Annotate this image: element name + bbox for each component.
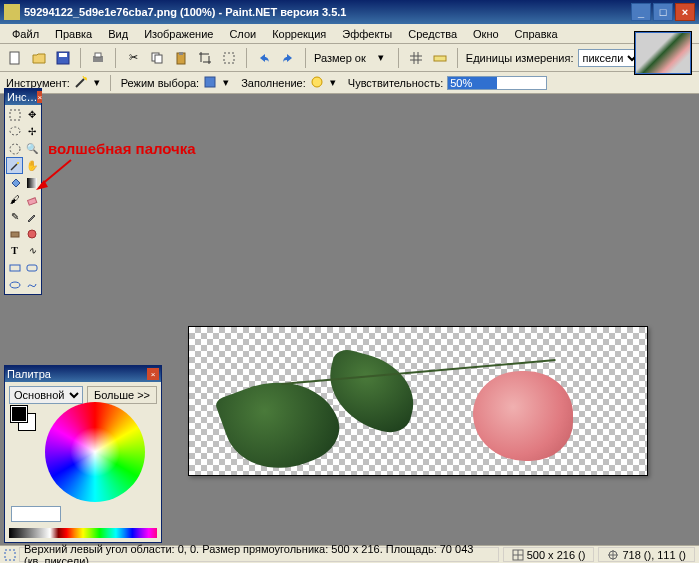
menu-view[interactable]: Вид	[100, 26, 136, 42]
menu-edit[interactable]: Правка	[47, 26, 100, 42]
palette-color-strip[interactable]	[9, 528, 157, 538]
close-button[interactable]: ×	[675, 3, 695, 21]
palette-primary-select[interactable]: Основной	[9, 386, 83, 404]
thumbnail-image	[636, 33, 690, 73]
svg-rect-0	[10, 52, 19, 64]
grid-button[interactable]	[405, 47, 427, 69]
cut-button[interactable]: ✂	[122, 47, 144, 69]
redo-button[interactable]	[277, 47, 299, 69]
instrument-dropdown-icon[interactable]: ▾	[94, 76, 100, 89]
tolerance-value: 50%	[450, 77, 472, 89]
menu-layers[interactable]: Слои	[221, 26, 264, 42]
menu-help[interactable]: Справка	[507, 26, 566, 42]
tool-pencil[interactable]: ✎	[6, 208, 23, 225]
svg-rect-22	[10, 265, 20, 271]
menu-window[interactable]: Окно	[465, 26, 507, 42]
tool-options-bar: Инструмент: ▾ Режим выбора: ▾ Заполнение…	[0, 72, 699, 94]
mode-replace-icon[interactable]	[203, 75, 219, 91]
svg-point-13	[312, 77, 322, 87]
tool-ellipse[interactable]	[6, 276, 23, 293]
tool-pan[interactable]: ✋	[23, 157, 40, 174]
tool-ellipse-select[interactable]	[6, 140, 23, 157]
size-label: Размер ок	[312, 52, 368, 64]
undo-button[interactable]	[253, 47, 275, 69]
selection-mode-label: Режим выбора:	[121, 77, 199, 89]
print-button[interactable]	[87, 47, 109, 69]
units-select[interactable]: пиксели	[578, 49, 641, 67]
tool-move-selection[interactable]: ✥	[23, 106, 40, 123]
tool-gradient[interactable]	[23, 174, 40, 191]
fill-label: Заполнение:	[241, 77, 306, 89]
tool-line[interactable]: ∿	[23, 242, 40, 259]
fill-dropdown-icon[interactable]: ▾	[330, 76, 336, 89]
tool-rect-select[interactable]	[6, 106, 23, 123]
tool-magic-wand[interactable]	[6, 157, 23, 174]
mode-dropdown-icon[interactable]: ▾	[223, 76, 229, 89]
tool-rectangle[interactable]	[6, 259, 23, 276]
tool-zoom[interactable]: 🔍	[23, 140, 40, 157]
tools-panel-title[interactable]: Инс… ×	[5, 89, 41, 105]
svg-rect-23	[27, 265, 37, 271]
open-button[interactable]	[28, 47, 50, 69]
tolerance-label: Чувствительность:	[348, 77, 443, 89]
status-selection-info: Верхний левый угол области: 0, 0. Размер…	[19, 547, 499, 562]
svg-point-16	[10, 144, 20, 154]
app-icon	[4, 4, 20, 20]
window-title: 59294122_5d9e1e76cba7.png (100%) - Paint…	[24, 6, 631, 18]
status-cursor: 718 (), 111 ()	[598, 547, 695, 562]
color-wheel[interactable]	[45, 402, 145, 502]
canvas[interactable]	[188, 326, 648, 476]
svg-rect-6	[155, 55, 162, 63]
svg-rect-27	[5, 550, 15, 560]
hex-input[interactable]	[11, 506, 61, 522]
dimensions-icon	[512, 549, 524, 561]
titlebar: 59294122_5d9e1e76cba7.png (100%) - Paint…	[0, 0, 699, 24]
new-button[interactable]	[4, 47, 26, 69]
svg-rect-2	[59, 53, 67, 57]
tool-recolor[interactable]	[23, 225, 40, 242]
tolerance-slider[interactable]: 50%	[447, 76, 547, 90]
paste-button[interactable]	[170, 47, 192, 69]
svg-rect-20	[11, 232, 19, 237]
tool-text[interactable]: T	[6, 242, 23, 259]
menu-file[interactable]: Файл	[4, 26, 47, 42]
instrument-label: Инструмент:	[6, 77, 70, 89]
tools-panel-close[interactable]: ×	[37, 91, 42, 103]
svg-point-15	[10, 127, 20, 135]
maximize-button[interactable]: □	[653, 3, 673, 21]
palette-title[interactable]: Палитра ×	[5, 366, 161, 382]
foreground-color-swatch[interactable]	[11, 406, 27, 422]
statusbar: Верхний левый угол области: 0, 0. Размер…	[0, 545, 699, 563]
svg-point-24	[10, 282, 20, 288]
menu-adjust[interactable]: Коррекция	[264, 26, 334, 42]
tool-clone[interactable]	[6, 225, 23, 242]
tool-colorpicker[interactable]	[23, 208, 40, 225]
menu-image[interactable]: Изображение	[136, 26, 221, 42]
palette-close[interactable]: ×	[147, 368, 159, 380]
svg-point-17	[17, 162, 19, 164]
tool-lasso[interactable]	[6, 123, 23, 140]
status-dimensions: 500 x 216 ()	[503, 547, 595, 562]
menu-tools[interactable]: Средства	[400, 26, 465, 42]
deselect-button[interactable]	[218, 47, 240, 69]
save-button[interactable]	[52, 47, 74, 69]
canvas-content	[473, 371, 573, 461]
menu-effects[interactable]: Эффекты	[334, 26, 400, 42]
svg-rect-14	[10, 110, 20, 120]
tool-move[interactable]: ✢	[23, 123, 40, 140]
tool-brush[interactable]: 🖌	[6, 191, 23, 208]
crop-button[interactable]	[194, 47, 216, 69]
tool-eraser[interactable]	[23, 191, 40, 208]
ruler-button[interactable]	[429, 47, 451, 69]
svg-rect-9	[224, 53, 234, 63]
tool-paintbucket[interactable]	[6, 174, 23, 191]
tool-rounded-rect[interactable]	[23, 259, 40, 276]
fill-icon[interactable]	[310, 75, 326, 91]
copy-button[interactable]	[146, 47, 168, 69]
tool-freeform[interactable]	[23, 276, 40, 293]
document-thumbnail[interactable]	[635, 32, 691, 74]
svg-rect-19	[27, 197, 36, 204]
wand-icon	[74, 75, 90, 91]
size-dropdown[interactable]: ▾	[370, 47, 392, 69]
minimize-button[interactable]: _	[631, 3, 651, 21]
